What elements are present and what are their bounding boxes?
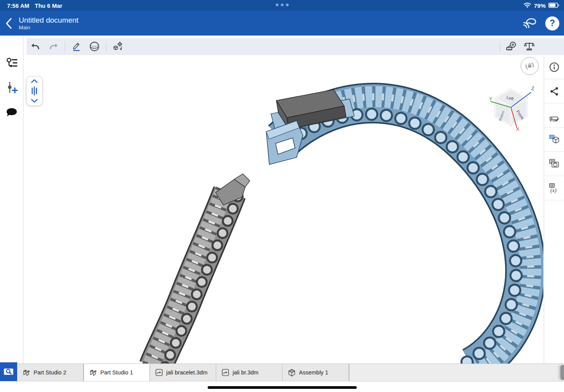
onshape-app: 7:56 AM Thu 6 Mar 79% <box>0 0 564 392</box>
bracelet-model[interactable] <box>24 55 543 364</box>
assembly-icon <box>288 368 296 377</box>
imported-file-icon <box>221 368 230 377</box>
balance-scale-icon <box>523 41 535 52</box>
axis-z-label: Z <box>531 86 534 91</box>
bracelet-half-gray <box>151 174 250 364</box>
tab-manager-button[interactable] <box>0 362 17 381</box>
transform-icon <box>112 41 123 52</box>
part-studio-icon <box>22 368 30 377</box>
variables-glyph: (x) <box>550 187 557 194</box>
info-icon <box>549 62 560 73</box>
tab-part-studio-1[interactable]: Part Studio 1 <box>84 364 150 381</box>
variables-icon: (x) <box>548 182 560 194</box>
home-row <box>0 381 564 392</box>
configurations-icon <box>548 134 560 146</box>
tab-label: jali br.3dm <box>233 369 258 376</box>
help-glyph: ? <box>550 18 555 29</box>
comment-icon <box>5 107 18 119</box>
measure-tape-icon <box>505 41 518 52</box>
status-date: Thu 6 Mar <box>35 2 62 9</box>
sketch-button[interactable] <box>68 38 85 55</box>
info-panel-button[interactable] <box>544 55 564 79</box>
insert-feature-button[interactable] <box>4 81 20 95</box>
rotation-lock-button[interactable] <box>521 57 539 75</box>
view-cube[interactable]: Left Front Bottom Y Z X <box>487 80 534 131</box>
battery-percent: 79% <box>534 2 546 9</box>
workspace-name[interactable]: Main <box>19 25 78 31</box>
tab-jali-br-3dm[interactable]: jali br.3dm <box>216 364 283 381</box>
comment-button[interactable] <box>4 106 20 120</box>
share-icon <box>549 86 559 96</box>
redo-icon <box>48 42 59 51</box>
status-bar: 7:56 AM Thu 6 Mar 79% <box>0 0 564 11</box>
variables-panel-button[interactable]: (x) <box>544 176 564 200</box>
tab-part-studio-2[interactable]: Part Studio 2 <box>17 364 84 381</box>
tab-scroll-handle[interactable] <box>560 365 564 380</box>
back-button[interactable] <box>0 11 18 36</box>
tab-jali-bracelet-3dm[interactable]: jali bracelet.3dm <box>150 364 216 381</box>
tab-label: Assembly 1 <box>299 369 328 376</box>
redo-button[interactable] <box>44 38 62 55</box>
help-button[interactable]: ? <box>545 16 559 30</box>
right-panel: (x) <box>544 55 564 364</box>
named-views-icon <box>548 158 560 170</box>
sphere-icon <box>89 41 100 52</box>
tab-label: Part Studio 1 <box>100 369 133 376</box>
wifi-icon <box>523 2 531 9</box>
model-viewport[interactable]: Left Front Bottom Y Z X <box>24 55 543 364</box>
document-tab-bar: Part Studio 2 Part Studio 1 jali bracele… <box>0 363 564 381</box>
appearance-swatches-icon <box>548 110 560 121</box>
tab-label: Part Studio 2 <box>34 369 66 376</box>
status-time: 7:56 AM <box>7 2 29 9</box>
mass-properties-button[interactable] <box>520 38 538 55</box>
left-sidebar <box>0 36 23 364</box>
tab-label: jali bracelet.3dm <box>166 369 208 376</box>
measure-button[interactable] <box>502 38 520 55</box>
configurations-panel-button[interactable] <box>544 128 564 152</box>
follow-mode-icon[interactable] <box>522 16 537 31</box>
tab-strip: Part Studio 2 Part Studio 1 jali bracele… <box>17 364 349 381</box>
tab-assembly-1[interactable]: Assembly 1 <box>283 364 349 381</box>
revolve-button[interactable] <box>85 38 103 55</box>
imported-file-icon <box>155 368 163 377</box>
appearance-panel-button[interactable] <box>544 103 564 128</box>
battery-icon <box>548 2 559 9</box>
sketch-pencil-icon <box>71 41 82 52</box>
feature-list-button[interactable] <box>4 56 20 70</box>
axis-y-label: Y <box>489 96 493 102</box>
rollback-flyout[interactable] <box>26 76 43 106</box>
feature-toolbar <box>27 38 564 55</box>
back-chevron-icon <box>4 17 14 30</box>
share-panel-button[interactable] <box>544 79 564 103</box>
part-studio-icon <box>89 368 97 377</box>
axis-x-label: X <box>516 126 520 131</box>
chevron-up-icon[interactable] <box>30 79 39 83</box>
multitask-dots-icon <box>276 4 288 6</box>
insert-feature-icon <box>5 81 18 94</box>
tab-search-icon <box>3 367 14 376</box>
feature-list-icon <box>5 57 18 69</box>
named-views-panel-button[interactable] <box>544 152 564 176</box>
rollback-bar-icon[interactable] <box>30 86 39 96</box>
transform-button[interactable] <box>109 38 126 55</box>
chevron-down-icon[interactable] <box>30 99 39 103</box>
document-header: Untitled document Main ? <box>0 11 564 36</box>
rotate-lock-icon <box>524 60 536 72</box>
document-title[interactable]: Untitled document <box>19 16 78 25</box>
undo-icon <box>30 42 41 51</box>
home-indicator[interactable] <box>208 386 357 389</box>
undo-button[interactable] <box>27 38 44 55</box>
